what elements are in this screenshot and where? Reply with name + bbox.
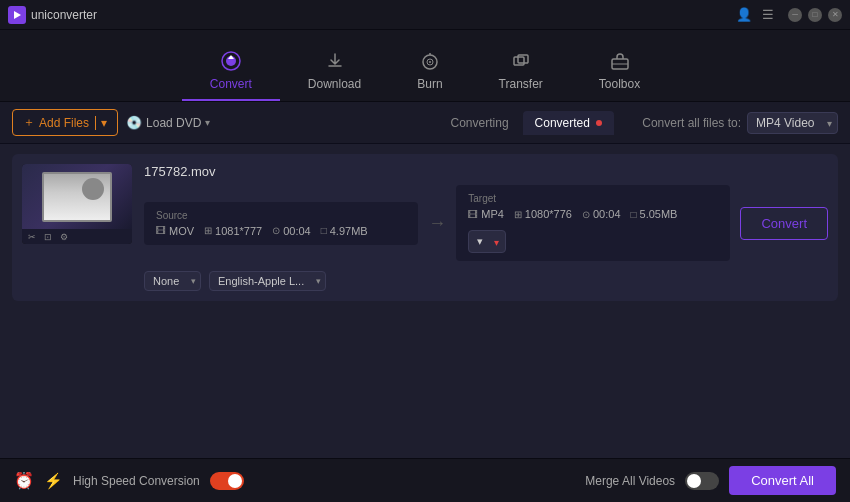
target-duration: 00:04 bbox=[593, 208, 621, 220]
clock-icon-s: ⊙ bbox=[272, 225, 280, 236]
convert-all-button[interactable]: Convert All bbox=[729, 466, 836, 495]
schedule-icon[interactable]: ⏰ bbox=[14, 471, 34, 490]
target-resolution: 1080*776 bbox=[525, 208, 572, 220]
add-files-button[interactable]: ＋ Add Files ▾ bbox=[12, 109, 118, 136]
thumb-preview bbox=[22, 164, 132, 229]
menu-icon[interactable]: ☰ bbox=[762, 7, 774, 22]
source-duration: 00:04 bbox=[283, 225, 311, 237]
nav-download[interactable]: Download bbox=[280, 49, 389, 101]
effects-icon[interactable]: ⚙ bbox=[60, 232, 68, 242]
svg-rect-8 bbox=[514, 57, 524, 65]
source-resolution-item: ⊞ 1081*777 bbox=[204, 225, 262, 237]
bolt-icon: ⚡ bbox=[44, 472, 63, 490]
source-duration-item: ⊙ 00:04 bbox=[272, 225, 311, 237]
cut-icon[interactable]: ✂ bbox=[28, 232, 36, 242]
source-resolution: 1081*777 bbox=[215, 225, 262, 237]
convert-all-group: Convert all files to: MP4 Video bbox=[642, 112, 838, 134]
high-speed-toggle[interactable] bbox=[210, 472, 244, 490]
file-item: ✂ ⊡ ⚙ 175782.mov Source 🎞 MOV bbox=[12, 154, 838, 301]
nav-download-label: Download bbox=[308, 77, 361, 91]
source-format: MOV bbox=[169, 225, 194, 237]
toolbox-icon bbox=[608, 49, 632, 73]
minimize-button[interactable]: ─ bbox=[788, 8, 802, 22]
target-label: Target bbox=[468, 193, 718, 204]
nav-transfer-label: Transfer bbox=[499, 77, 543, 91]
source-target-row: Source 🎞 MOV ⊞ 1081*777 ⊙ 00:04 bbox=[144, 185, 828, 261]
file-icon-t: □ bbox=[631, 209, 637, 220]
nav-convert[interactable]: Convert bbox=[182, 49, 280, 101]
file-info: 175782.mov Source 🎞 MOV ⊞ 1081*777 bbox=[144, 164, 828, 291]
convert-all-files-label: Convert all files to: bbox=[642, 116, 741, 130]
thumb-screen bbox=[42, 172, 112, 222]
subtitle-audio-row: None English-Apple L... bbox=[144, 271, 828, 291]
format-select-wrapper: MP4 Video bbox=[747, 112, 838, 134]
target-format-item: 🎞 MP4 bbox=[468, 208, 504, 220]
target-format-dropdown-wrap: ▾ bbox=[468, 230, 506, 253]
toolbar: ＋ Add Files ▾ 💿 Load DVD ▾ Converting Co… bbox=[0, 102, 850, 144]
source-size-item: □ 4.97MB bbox=[321, 225, 368, 237]
load-dvd-button[interactable]: 💿 Load DVD ▾ bbox=[126, 115, 210, 130]
arrow-right-icon: → bbox=[428, 213, 446, 234]
load-dvd-arrow[interactable]: ▾ bbox=[205, 117, 210, 128]
subtitle-select[interactable]: None bbox=[144, 271, 201, 291]
user-icon[interactable]: 👤 bbox=[736, 7, 752, 22]
svg-rect-9 bbox=[518, 55, 528, 63]
crop-icon[interactable]: ⊡ bbox=[44, 232, 52, 242]
nav-transfer[interactable]: Transfer bbox=[471, 49, 571, 101]
clock-icon-t: ⊙ bbox=[582, 209, 590, 220]
main-nav: Convert Download Burn Transfer bbox=[0, 30, 850, 102]
target-format-button[interactable]: ▾ bbox=[468, 230, 506, 253]
download-icon bbox=[323, 49, 347, 73]
nav-burn[interactable]: Burn bbox=[389, 49, 470, 101]
converted-dot bbox=[596, 120, 602, 126]
merge-all-toggle[interactable] bbox=[685, 472, 719, 490]
tab-converting[interactable]: Converting bbox=[439, 111, 521, 135]
resolution-icon-t: ⊞ bbox=[514, 209, 522, 220]
target-size-item: □ 5.05MB bbox=[631, 208, 678, 220]
source-size: 4.97MB bbox=[330, 225, 368, 237]
close-button[interactable]: ✕ bbox=[828, 8, 842, 22]
nav-burn-label: Burn bbox=[417, 77, 442, 91]
source-box: Source 🎞 MOV ⊞ 1081*777 ⊙ 00:04 bbox=[144, 202, 418, 245]
plus-icon: ＋ bbox=[23, 114, 35, 131]
target-resolution-item: ⊞ 1080*776 bbox=[514, 208, 572, 220]
audio-select-wrap: English-Apple L... bbox=[209, 271, 326, 291]
film-icon-t: 🎞 bbox=[468, 209, 478, 220]
subtitle-select-wrap: None bbox=[144, 271, 201, 291]
nav-toolbox[interactable]: Toolbox bbox=[571, 49, 668, 101]
footer: ⏰ ⚡ High Speed Conversion Merge All Vide… bbox=[0, 458, 850, 502]
tab-group: Converting Converted bbox=[439, 111, 615, 135]
audio-track-select[interactable]: English-Apple L... bbox=[209, 271, 326, 291]
svg-marker-0 bbox=[14, 11, 21, 19]
target-meta: 🎞 MP4 ⊞ 1080*776 ⊙ 00:04 □ bbox=[468, 208, 718, 253]
target-format: MP4 bbox=[481, 208, 504, 220]
main-content: ✂ ⊡ ⚙ 175782.mov Source 🎞 MOV bbox=[0, 144, 850, 458]
source-meta: 🎞 MOV ⊞ 1081*777 ⊙ 00:04 □ bbox=[156, 225, 406, 237]
source-label: Source bbox=[156, 210, 406, 221]
app-logo: uniconverter bbox=[8, 6, 97, 24]
nav-convert-label: Convert bbox=[210, 77, 252, 91]
merge-all-label: Merge All Videos bbox=[585, 474, 675, 488]
window-controls: 👤 ☰ ─ □ ✕ bbox=[736, 7, 842, 22]
logo-icon bbox=[8, 6, 26, 24]
maximize-button[interactable]: □ bbox=[808, 8, 822, 22]
file-name: 175782.mov bbox=[144, 164, 828, 179]
film-icon: 🎞 bbox=[156, 225, 166, 236]
format-select[interactable]: MP4 Video bbox=[747, 112, 838, 134]
source-format-item: 🎞 MOV bbox=[156, 225, 194, 237]
app-name: uniconverter bbox=[31, 8, 97, 22]
svg-point-6 bbox=[429, 61, 431, 63]
disc-icon: 💿 bbox=[126, 115, 142, 130]
resolution-icon: ⊞ bbox=[204, 225, 212, 236]
burn-icon bbox=[418, 49, 442, 73]
convert-button[interactable]: Convert bbox=[740, 207, 828, 240]
tab-converted[interactable]: Converted bbox=[523, 111, 615, 135]
thumb-controls-bar: ✂ ⊡ ⚙ bbox=[22, 229, 132, 244]
target-size: 5.05MB bbox=[640, 208, 678, 220]
footer-right: Merge All Videos Convert All bbox=[585, 466, 836, 495]
add-files-dropdown-arrow[interactable]: ▾ bbox=[95, 116, 107, 130]
convert-icon bbox=[219, 49, 243, 73]
target-duration-item: ⊙ 00:04 bbox=[582, 208, 621, 220]
file-icon-s: □ bbox=[321, 225, 327, 236]
target-box: Target 🎞 MP4 ⊞ 1080*776 ⊙ 00:04 bbox=[456, 185, 730, 261]
